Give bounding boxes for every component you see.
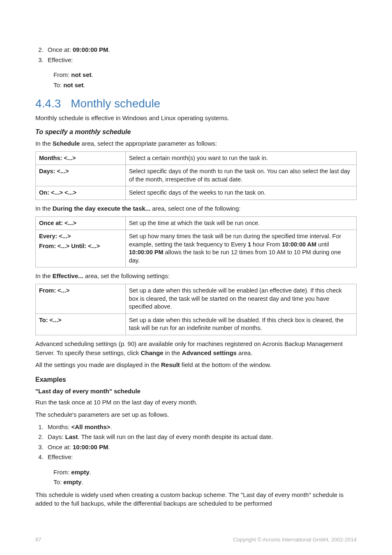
param-label: Once at: <...> xyxy=(36,216,126,230)
closing-paragraph: This schedule is widely used when creati… xyxy=(35,490,357,509)
lastday-heading: "Last day of every month" schedule xyxy=(35,388,357,395)
list-item-value: <All months> xyxy=(71,423,111,430)
lastday-para2: The schedule's parameters are set up as … xyxy=(35,410,357,419)
text-b: Change xyxy=(141,349,164,356)
text-a: In the xyxy=(35,272,53,279)
intro-paragraph: Monthly schedule is effective in Windows… xyxy=(35,114,357,123)
examples-heading: Examples xyxy=(35,376,357,383)
label-prefix: From: xyxy=(53,469,71,476)
text-c: field at the bottom of the window. xyxy=(180,361,272,368)
label-prefix: To: xyxy=(53,81,63,88)
example-from-line: From: empty. xyxy=(53,468,357,477)
text-c: in the xyxy=(164,349,182,356)
desc-c: hour From xyxy=(251,241,282,248)
param-desc-rich: Set up how many times the task will be r… xyxy=(125,230,356,267)
label-value: empty xyxy=(71,469,89,476)
label-suffix: . xyxy=(92,71,93,78)
schedule-area-lead: In the Schedule area, select the appropr… xyxy=(35,139,357,148)
param-label: To: <...> xyxy=(36,313,126,335)
list-item-once-at: Once at: 09:00:00 PM. xyxy=(45,45,357,55)
section-title: Monthly schedule xyxy=(71,97,160,110)
example-to-line: To: empty. xyxy=(53,478,357,487)
text-c: area, select one of the following: xyxy=(150,205,240,212)
effective-to-line: To: not set. xyxy=(53,81,357,90)
copyright-text: Copyright © Acronis International GmbH, … xyxy=(233,536,357,543)
document-page: Once at: 09:00:00 PM. Effective: From: n… xyxy=(0,0,392,555)
table-row: From: <...> Set up a date when this sche… xyxy=(36,284,357,314)
text-b: Effective... xyxy=(53,272,83,279)
list-item-prefix: Once at: xyxy=(48,46,73,53)
list-item-effective: Effective: xyxy=(45,56,357,65)
param-desc: Select specific days of the weeks to run… xyxy=(125,186,356,200)
param-desc: Select specific days of the month to run… xyxy=(125,165,356,186)
param-desc: Select a certain month(s) you want to ru… xyxy=(125,151,356,165)
section-number: 4.4.3 xyxy=(35,97,61,110)
list-item-text: Effective: xyxy=(48,56,73,63)
text-b: Schedule xyxy=(53,140,80,147)
list-item-suffix: . The task will run on the last day of e… xyxy=(78,433,273,440)
param-label-line2: From: <...> Until: <...> xyxy=(39,242,122,251)
section-heading: 4.4.3Monthly schedule xyxy=(35,97,357,110)
text-b: During the day execute the task... xyxy=(53,205,150,212)
param-label: Months: <...> xyxy=(36,151,126,165)
param-desc: Set up a date when this schedule will be… xyxy=(125,313,356,335)
list-item-value: 09:00:00 PM xyxy=(73,46,108,53)
list-item-suffix: . xyxy=(111,423,112,430)
lastday-para1: Run the task once at 10 PM on the last d… xyxy=(35,398,357,407)
text-a: In the xyxy=(35,205,53,212)
desc-b: 1 xyxy=(248,241,251,248)
table-row: Once at: <...> Set up the time at which … xyxy=(36,216,357,230)
table-row: Every: <...> From: <...> Until: <...> Se… xyxy=(36,230,357,267)
text-b: Result xyxy=(161,361,180,368)
table-row: Months: <...> Select a certain month(s) … xyxy=(36,151,357,165)
intro-ordered-list: Once at: 09:00:00 PM. Effective: xyxy=(35,45,357,65)
list-item-prefix: Once at: xyxy=(48,444,73,451)
list-item: Days: Last. The task will run on the las… xyxy=(45,432,357,442)
label-value: empty xyxy=(63,478,81,485)
table-row: On: <...> <...> Select specific days of … xyxy=(36,186,357,200)
advanced-settings-paragraph: Advanced scheduling settings (p. 90) are… xyxy=(35,339,357,358)
label-suffix: . xyxy=(81,478,83,485)
table-row: Days: <...> Select specific days of the … xyxy=(36,165,357,186)
label-prefix: To: xyxy=(53,478,63,485)
param-label: On: <...> <...> xyxy=(36,186,126,200)
text-e: area. xyxy=(237,349,252,356)
effective-area-lead: In the Effective... area, set the follow… xyxy=(35,272,357,281)
page-number: 87 xyxy=(35,536,41,543)
label-suffix: . xyxy=(83,81,85,88)
result-field-paragraph: All the settings you made are displayed … xyxy=(35,360,357,369)
param-label-multi: Every: <...> From: <...> Until: <...> xyxy=(36,230,126,267)
param-label-line1: Every: <...> xyxy=(39,232,122,241)
page-footer: 87 Copyright © Acronis International Gmb… xyxy=(35,536,357,543)
list-item-value: Last xyxy=(65,433,78,440)
desc-e: until xyxy=(316,241,329,248)
during-day-lead: In the During the day execute the task..… xyxy=(35,204,357,213)
list-item-prefix: Months: xyxy=(48,423,71,430)
list-item-suffix: . xyxy=(108,444,110,451)
label-prefix: From: xyxy=(53,71,71,78)
list-item-prefix: Days: xyxy=(48,433,65,440)
list-item: Effective: xyxy=(45,453,357,462)
table-row: To: <...> Set up a date when this schedu… xyxy=(36,313,357,335)
schedule-params-table: Months: <...> Select a certain month(s) … xyxy=(35,151,357,200)
label-value: not set xyxy=(71,71,91,78)
label-suffix: . xyxy=(90,469,91,476)
param-desc: Set up the time at which the task will b… xyxy=(125,216,356,230)
text-a: In the xyxy=(35,140,53,147)
text-c: area, select the appropriate parameter a… xyxy=(80,140,217,147)
text-a: All the settings you made are displayed … xyxy=(35,361,161,368)
list-item: Once at: 10:00:00 PM. xyxy=(45,443,357,452)
desc-d: 10:00:00 AM xyxy=(282,241,316,248)
text-d: Advanced settings xyxy=(182,349,237,356)
list-item-text: Effective: xyxy=(48,453,73,460)
text-c: area, set the following settings: xyxy=(83,272,170,279)
param-label: Days: <...> xyxy=(36,165,126,186)
during-day-table: Once at: <...> Set up the time at which … xyxy=(35,216,357,268)
list-item: Months: <All months>. xyxy=(45,423,357,432)
example-ordered-list: Months: <All months>. Days: Last. The ta… xyxy=(35,423,357,462)
param-label: From: <...> xyxy=(36,284,126,314)
desc-f: 10:00:00 PM xyxy=(129,249,164,255)
label-value: not set xyxy=(63,81,83,88)
effective-table: From: <...> Set up a date when this sche… xyxy=(35,284,357,335)
list-item-value: 10:00:00 PM xyxy=(73,444,108,451)
